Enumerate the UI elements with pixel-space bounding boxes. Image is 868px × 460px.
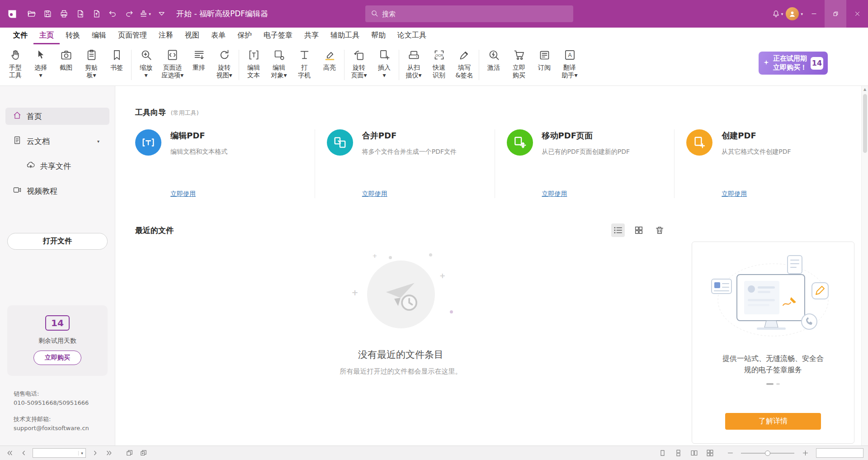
tool-card-create-pdf[interactable]: 创建PDF 从其它格式文件创建PDF 立即使用 bbox=[675, 129, 854, 198]
copy-pages-icon-button[interactable] bbox=[138, 448, 148, 458]
continuous-view-button[interactable] bbox=[673, 448, 683, 458]
signature-stamp-button[interactable]: ▾ bbox=[137, 6, 153, 22]
restore-window-button[interactable] bbox=[825, 0, 846, 28]
ribbon-rotate-pages[interactable]: 旋转 页面▾ bbox=[346, 44, 372, 81]
menu-tab-protect[interactable]: 保护 bbox=[231, 28, 258, 44]
close-button[interactable] bbox=[846, 0, 868, 28]
esign-promo-panel: 提供一站式、无缝流畅、安全合 规的电子签章服务 了解详情 bbox=[692, 242, 854, 444]
account-menu-button[interactable]: ▾ bbox=[785, 6, 803, 22]
list-view-button[interactable] bbox=[611, 223, 625, 237]
minimize-button[interactable] bbox=[803, 0, 825, 28]
menu-tab-help[interactable]: 帮助 bbox=[365, 28, 392, 44]
open-folder-icon[interactable] bbox=[24, 6, 39, 22]
ribbon-separator bbox=[344, 50, 344, 80]
search-input[interactable] bbox=[382, 10, 568, 18]
sidebar-item-video-tutorials[interactable]: 视频教程 bbox=[5, 182, 109, 199]
next-page-button[interactable] bbox=[90, 448, 100, 458]
ribbon-reflow[interactable]: 重排 bbox=[186, 44, 212, 73]
use-now-link[interactable]: 立即使用 bbox=[362, 190, 387, 198]
ribbon-insert-pages[interactable]: 插入 ▾ bbox=[372, 44, 397, 81]
grid-view-button[interactable] bbox=[632, 223, 646, 237]
sidebar-item-cloud-docs[interactable]: 云文档 ▾ bbox=[5, 133, 109, 150]
sidebar-item-home[interactable]: 首页 bbox=[5, 108, 109, 125]
tool-card-merge-pdf[interactable]: 合并PDF 将多个文件合并生成一个PDF文件 立即使用 bbox=[315, 129, 495, 198]
search-box[interactable] bbox=[365, 5, 573, 22]
vertical-scrollbar[interactable]: ▲ bbox=[861, 86, 868, 446]
ribbon-from-scanner[interactable]: 从扫 描仪▾ bbox=[401, 44, 426, 81]
redo-icon[interactable] bbox=[121, 6, 137, 22]
ribbon-activate[interactable]: 激活 bbox=[481, 44, 506, 73]
menu-tab-share[interactable]: 共享 bbox=[298, 28, 325, 44]
ribbon-translate-assistant[interactable]: A翻译 助手▾ bbox=[557, 44, 582, 81]
learn-more-button[interactable]: 了解详情 bbox=[725, 413, 821, 430]
last-page-button[interactable] bbox=[104, 448, 114, 458]
tool-card-move-pdf-pages[interactable]: 移动PDF页面 从已有的PDF页面创建新的PDF 立即使用 bbox=[495, 129, 675, 198]
facing-view-button[interactable] bbox=[689, 448, 699, 458]
single-page-view-button[interactable] bbox=[657, 448, 667, 458]
zoom-in-button[interactable] bbox=[800, 448, 810, 458]
page-number-box[interactable]: ▾ bbox=[33, 448, 86, 458]
ribbon-select[interactable]: 选择 ▾ bbox=[28, 44, 53, 81]
scroll-up-arrow-icon[interactable]: ▲ bbox=[863, 86, 866, 91]
menu-tab-paper-tools[interactable]: 论文工具 bbox=[392, 28, 432, 44]
ribbon-rotate-view[interactable]: 旋转 视图▾ bbox=[212, 44, 237, 81]
print-icon[interactable] bbox=[56, 6, 71, 22]
first-page-button[interactable] bbox=[5, 448, 14, 458]
ribbon-snapshot[interactable]: 截图 bbox=[53, 44, 79, 73]
menu-tab-view[interactable]: 视图 bbox=[179, 28, 205, 44]
undo-icon[interactable] bbox=[105, 6, 120, 22]
ribbon-display-options-button[interactable] bbox=[154, 6, 169, 22]
save-icon[interactable] bbox=[40, 6, 55, 22]
sidebar-item-shared-files[interactable]: 共享文件 bbox=[5, 157, 109, 175]
clear-recent-trash-button[interactable] bbox=[653, 223, 666, 237]
carousel-dot-active[interactable] bbox=[766, 383, 774, 385]
export-icon[interactable] bbox=[72, 6, 88, 22]
ribbon-hand-tool[interactable]: 手型 工具 bbox=[3, 44, 28, 81]
menu-tab-convert[interactable]: 转换 bbox=[60, 28, 86, 44]
carousel-dot[interactable] bbox=[776, 383, 780, 385]
ribbon-bookmark[interactable]: 书签 bbox=[104, 44, 129, 73]
menu-tab-accessibility[interactable]: 辅助工具 bbox=[325, 28, 365, 44]
support-email-address[interactable]: support@foxitsoftware.cn bbox=[14, 424, 115, 433]
trial-period-banner[interactable]: 正在试用期 立即购买！ 14 bbox=[759, 52, 828, 75]
menu-tab-home[interactable]: 主页 bbox=[33, 28, 60, 44]
svg-text:A: A bbox=[568, 52, 572, 58]
menu-tab-edit[interactable]: 编辑 bbox=[86, 28, 112, 44]
ribbon-subscribe[interactable]: 订阅 bbox=[532, 44, 557, 73]
ribbon-clipboard[interactable]: 剪贴 板▾ bbox=[79, 44, 104, 81]
page-number-input[interactable] bbox=[33, 449, 78, 457]
scrollbar-thumb[interactable] bbox=[863, 94, 867, 153]
menu-tab-esign[interactable]: 电子签章 bbox=[258, 28, 298, 44]
menu-tab-file[interactable]: 文件 bbox=[7, 28, 33, 44]
page-dropdown-caret-icon[interactable]: ▾ bbox=[78, 451, 85, 455]
zoom-slider[interactable] bbox=[741, 450, 794, 456]
use-now-link[interactable]: 立即使用 bbox=[542, 190, 567, 198]
menu-tab-organize-pages[interactable]: 页面管理 bbox=[112, 28, 153, 44]
chevron-down-icon[interactable]: ▾ bbox=[97, 139, 99, 144]
prev-page-button[interactable] bbox=[19, 448, 28, 458]
ribbon-edit-text[interactable]: 编辑 文本 bbox=[241, 44, 266, 81]
use-now-link[interactable]: 立即使用 bbox=[722, 190, 747, 198]
ribbon-fill-sign[interactable]: 填写 &签名 bbox=[452, 44, 477, 81]
ribbon-buy-now[interactable]: 立即 购买 bbox=[506, 44, 532, 81]
buy-now-button[interactable]: 立即购买 bbox=[33, 351, 81, 365]
ribbon-zoom[interactable]: 缩放 ▾ bbox=[133, 44, 159, 81]
tool-card-edit-pdf[interactable]: 编辑PDF 编辑文档和文本格式 立即使用 bbox=[135, 129, 315, 198]
open-file-button[interactable]: 打开文件 bbox=[7, 233, 108, 250]
search-icon bbox=[371, 9, 378, 19]
menu-tab-comment[interactable]: 注释 bbox=[153, 28, 179, 44]
zoom-out-button[interactable] bbox=[725, 448, 735, 458]
continuous-facing-view-button[interactable] bbox=[705, 448, 715, 458]
zoom-slider-thumb[interactable] bbox=[765, 451, 770, 456]
ribbon-fit-page-options[interactable]: 页面适 应选项▾ bbox=[159, 44, 186, 81]
notifications-bell-button[interactable]: ▾ bbox=[769, 6, 785, 22]
menu-tab-form[interactable]: 表单 bbox=[205, 28, 231, 44]
use-now-link[interactable]: 立即使用 bbox=[170, 190, 196, 198]
snapshot-pages-icon-button[interactable] bbox=[124, 448, 134, 458]
ribbon-highlight[interactable]: 高亮 bbox=[317, 44, 342, 73]
ribbon-quick-ocr[interactable]: OCR快速 识别 bbox=[426, 44, 452, 81]
share-document-icon[interactable] bbox=[89, 6, 104, 22]
ribbon-edit-object[interactable]: 编辑 对象▾ bbox=[266, 44, 292, 81]
ribbon-typewriter[interactable]: 打 字机 bbox=[292, 44, 317, 81]
zoom-level-input[interactable] bbox=[816, 448, 863, 458]
